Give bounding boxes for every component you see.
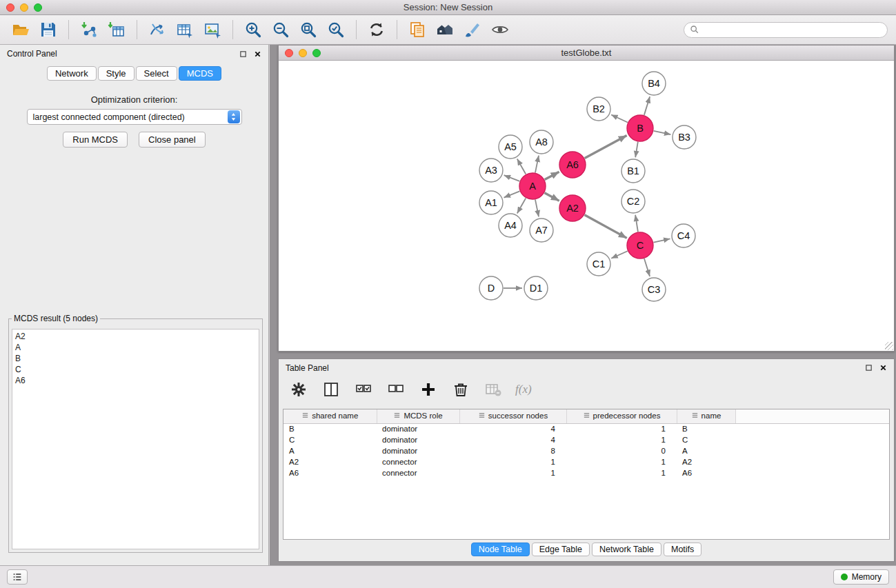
mcds-result-item[interactable]: A — [15, 342, 256, 353]
table-cell[interactable]: 1 — [566, 434, 677, 445]
zoom-fit-icon[interactable] — [298, 19, 319, 40]
panel-menu-button[interactable] — [7, 569, 28, 585]
tab-edge-table[interactable]: Edge Table — [532, 543, 590, 556]
table-cell[interactable]: A2 — [283, 456, 377, 467]
table-cell[interactable]: A6 — [283, 467, 377, 478]
table-row[interactable]: Cdominator41C — [283, 434, 889, 445]
edge-B-B2[interactable] — [611, 114, 628, 122]
delete-table-icon[interactable] — [483, 379, 504, 400]
tab-network[interactable]: Network — [47, 66, 97, 81]
edge-A6-B[interactable] — [585, 135, 627, 158]
new-table-icon[interactable] — [175, 19, 195, 40]
table-cell[interactable]: 1 — [459, 467, 566, 478]
criterion-dropdown[interactable]: largest connected component (directed) — [27, 109, 242, 125]
tab-network-table[interactable]: Network Table — [592, 543, 661, 556]
add-row-icon[interactable] — [418, 379, 439, 400]
edge-A-A8[interactable] — [535, 156, 539, 173]
table-row[interactable]: Adominator80A — [283, 445, 889, 456]
edge-A-A5[interactable] — [517, 159, 526, 174]
table-cell[interactable]: connector — [377, 456, 459, 467]
close-table-panel-icon[interactable] — [879, 364, 887, 372]
edge-C-C2[interactable] — [635, 215, 638, 232]
refresh-icon[interactable] — [366, 19, 387, 40]
mcds-result-item[interactable]: A2 — [15, 331, 256, 342]
table-cell[interactable]: A6 — [677, 467, 735, 478]
run-mcds-button[interactable]: Run MCDS — [63, 132, 128, 148]
column-header-name[interactable]: name — [677, 409, 735, 423]
edge-B-B1[interactable] — [635, 142, 638, 158]
table-cell[interactable]: A — [677, 445, 735, 456]
import-table-icon[interactable] — [106, 19, 127, 40]
window-titlebar[interactable]: Session: New Session — [0, 0, 896, 15]
table-cell[interactable]: C — [677, 434, 735, 445]
edge-A-A6[interactable] — [545, 172, 559, 179]
table-cell[interactable]: 1 — [566, 467, 677, 478]
zoom-out-icon[interactable] — [270, 19, 291, 40]
table-cell[interactable]: dominator — [377, 423, 459, 434]
table-cell[interactable]: 4 — [459, 434, 566, 445]
tab-motifs[interactable]: Motifs — [664, 543, 701, 556]
table-cell[interactable]: 1 — [566, 423, 677, 434]
export-image-icon[interactable] — [202, 19, 223, 40]
edge-B-B4[interactable] — [644, 97, 650, 115]
tab-node-table[interactable]: Node Table — [471, 543, 530, 556]
new-network-icon[interactable] — [147, 19, 168, 40]
edge-B-B3[interactable] — [654, 131, 671, 134]
table-cell[interactable]: dominator — [377, 434, 459, 445]
resize-grip[interactable] — [885, 342, 893, 350]
column-header-mcds-role[interactable]: MCDS role — [377, 409, 459, 423]
zoom-selected-icon[interactable] — [326, 19, 346, 40]
edge-A2-C[interactable] — [585, 215, 627, 239]
save-icon[interactable] — [38, 19, 59, 40]
mcds-result-item[interactable]: C — [15, 364, 256, 375]
column-header-shared-name[interactable]: shared name — [283, 409, 377, 423]
table-cell[interactable]: 8 — [459, 445, 566, 456]
network-canvas[interactable]: B4B2BB3A5A8A6A3B1AC2A1A2A4A7C4CC1C3DD1 — [279, 61, 894, 351]
table-cell[interactable]: A2 — [677, 456, 735, 467]
eye-icon[interactable] — [490, 19, 510, 40]
table-cell[interactable]: B — [283, 423, 377, 434]
table-cell[interactable]: 4 — [459, 423, 566, 434]
zoom-in-icon[interactable] — [243, 19, 263, 40]
select-all-icon[interactable] — [353, 379, 374, 400]
style-brush-icon[interactable] — [462, 19, 483, 40]
column-chooser-icon[interactable] — [321, 379, 341, 400]
edge-C-C3[interactable] — [644, 258, 650, 276]
deselect-all-icon[interactable] — [386, 379, 406, 400]
documents-icon[interactable] — [407, 19, 428, 40]
table-cell[interactable]: 1 — [566, 456, 677, 467]
network-window-titlebar[interactable]: testGlobe.txt — [279, 45, 894, 61]
gear-icon[interactable] — [288, 379, 309, 400]
table-cell[interactable]: 0 — [566, 445, 677, 456]
fx-icon[interactable]: f(x) — [515, 383, 532, 396]
table-cell[interactable]: B — [677, 423, 735, 434]
column-header-predecessor-nodes[interactable]: predecessor nodes — [566, 409, 677, 423]
tab-select[interactable]: Select — [136, 66, 177, 81]
edge-C-C1[interactable] — [611, 251, 628, 258]
memory-button[interactable]: Memory — [833, 569, 889, 585]
mcds-result-item[interactable]: B — [15, 353, 256, 364]
mcds-result-list[interactable]: A2ABCA6 — [12, 329, 259, 549]
column-header-successor-nodes[interactable]: successor nodes — [459, 409, 566, 423]
edge-A-A1[interactable] — [504, 191, 520, 197]
home-icon[interactable] — [435, 19, 455, 40]
search-input[interactable] — [703, 25, 882, 34]
edge-C-C4[interactable] — [654, 239, 670, 242]
tab-style[interactable]: Style — [98, 66, 135, 81]
table-row[interactable]: A2connector11A2 — [283, 456, 889, 467]
close-panel-button[interactable]: Close panel — [139, 132, 206, 148]
open-folder-icon[interactable] — [10, 19, 31, 40]
tab-mcds[interactable]: MCDS — [179, 66, 221, 81]
close-panel-icon[interactable] — [254, 50, 261, 58]
table-row[interactable]: A6connector11A6 — [283, 467, 889, 478]
edge-A-A4[interactable] — [517, 198, 526, 213]
edge-A-A7[interactable] — [535, 200, 539, 217]
search-box[interactable] — [684, 22, 888, 38]
edge-A-A3[interactable] — [504, 175, 520, 181]
table-row[interactable]: Bdominator41B — [283, 423, 889, 434]
table-cell[interactable]: dominator — [377, 445, 459, 456]
table-cell[interactable]: 1 — [459, 456, 566, 467]
table-cell[interactable]: C — [283, 434, 377, 445]
edge-A-A2[interactable] — [545, 193, 559, 201]
import-network-icon[interactable] — [79, 19, 99, 40]
